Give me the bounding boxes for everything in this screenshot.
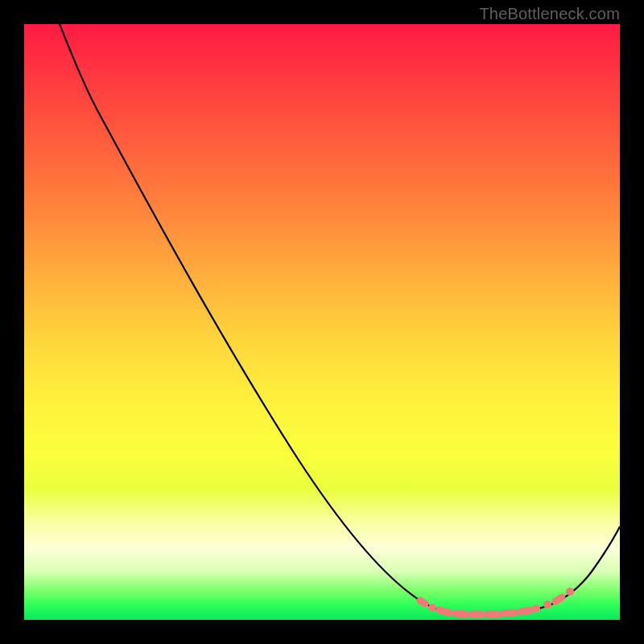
curve-layer xyxy=(24,24,620,620)
svg-point-1 xyxy=(428,604,436,612)
plot-area xyxy=(24,24,620,620)
svg-line-0 xyxy=(420,601,425,604)
svg-line-2 xyxy=(440,610,449,613)
svg-point-8 xyxy=(532,605,540,613)
svg-line-7 xyxy=(520,610,530,612)
svg-point-9 xyxy=(543,601,551,609)
svg-line-10 xyxy=(555,597,562,601)
optimal-range-markers xyxy=(420,588,574,614)
svg-line-6 xyxy=(504,613,514,613)
svg-point-11 xyxy=(566,588,574,596)
attribution-text: TheBottleneck.com xyxy=(479,5,620,23)
chart-frame: TheBottleneck.com xyxy=(0,0,644,644)
svg-line-3 xyxy=(456,613,465,614)
bottleneck-curve xyxy=(60,24,620,614)
